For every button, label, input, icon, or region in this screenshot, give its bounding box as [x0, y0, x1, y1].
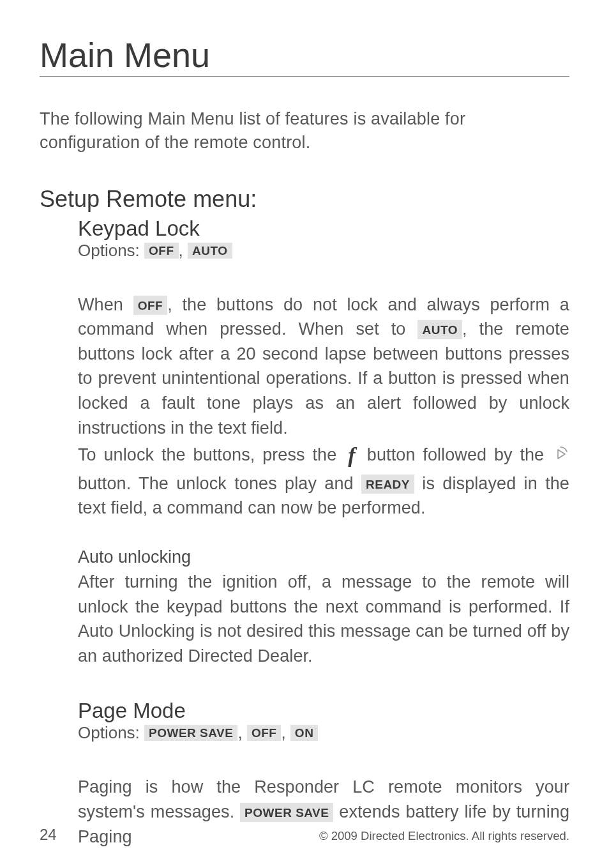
option-powersave-tag: POWER SAVE: [144, 725, 237, 741]
auto-unlocking-body: After turning the ignition off, a messag…: [78, 570, 569, 668]
text-paragraph: After turning the ignition off, a messag…: [78, 570, 569, 668]
copyright-text: © 2009 Directed Electronics. All rights …: [319, 829, 569, 843]
text-fragment: button followed by the: [359, 445, 552, 464]
keypad-options-line: Options: OFF, AUTO: [78, 241, 569, 261]
option-separator: ,: [179, 241, 188, 260]
off-tag-inline: OFF: [133, 296, 168, 315]
powersave-tag-inline: POWER SAVE: [240, 803, 333, 822]
options-label: Options:: [78, 241, 144, 260]
function-button-icon: f: [344, 440, 359, 471]
page-mode-heading: Page Mode: [78, 699, 569, 723]
auto-tag-inline: AUTO: [417, 320, 462, 339]
page-mode-options-line: Options: POWER SAVE, OFF, ON: [78, 723, 569, 743]
keypad-body: When OFF, the buttons do not lock and al…: [78, 293, 569, 521]
options-label: Options:: [78, 723, 144, 742]
setup-remote-heading: Setup Remote menu:: [40, 186, 569, 213]
option-off-tag: OFF: [247, 725, 282, 741]
ready-tag: READY: [361, 475, 414, 494]
page-number: 24: [40, 826, 57, 844]
page-footer: 24 © 2009 Directed Electronics. All righ…: [40, 826, 569, 844]
option-auto-tag: AUTO: [188, 243, 232, 259]
option-separator: ,: [281, 723, 290, 742]
page-title: Main Menu: [40, 35, 569, 77]
text-fragment: button. The unlock tones play and: [78, 474, 361, 493]
text-fragment: When: [78, 295, 133, 314]
option-off-tag: OFF: [144, 243, 179, 259]
aux-button-icon: [552, 445, 569, 463]
option-separator: ,: [237, 723, 246, 742]
intro-paragraph: The following Main Menu list of features…: [40, 107, 569, 155]
option-on-tag: ON: [290, 725, 319, 741]
auto-unlocking-heading: Auto unlocking: [78, 547, 569, 567]
text-fragment: To unlock the buttons, press the: [78, 445, 344, 464]
keypad-lock-heading: Keypad Lock: [78, 217, 569, 241]
